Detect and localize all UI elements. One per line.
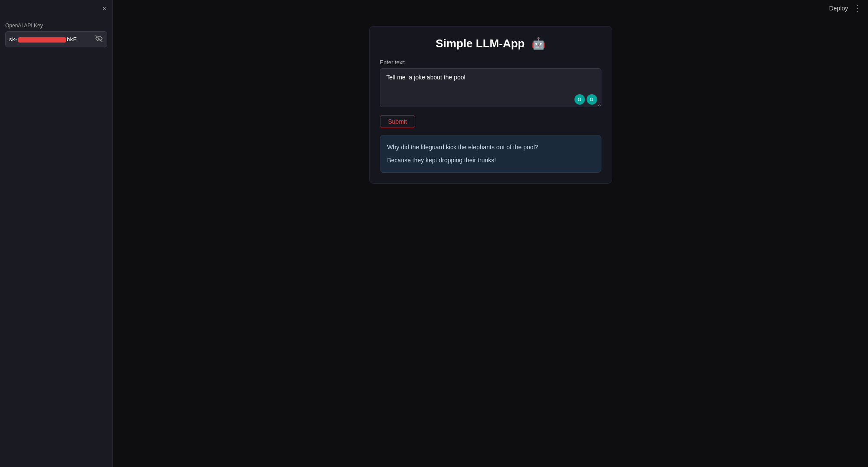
app-card: Simple LLM-App 🤖 Enter text: G G Submit … bbox=[369, 26, 612, 184]
api-key-redacted bbox=[18, 37, 66, 43]
api-key-value: sk-bkF. bbox=[9, 36, 92, 43]
api-key-row: sk-bkF. bbox=[5, 31, 107, 47]
textarea-icon-group: G G bbox=[574, 94, 597, 105]
top-bar: Deploy ⋮ bbox=[822, 0, 868, 16]
input-label: Enter text: bbox=[380, 59, 601, 66]
app-title: Simple LLM-App 🤖 bbox=[380, 37, 601, 50]
api-key-label: OpenAI API Key bbox=[5, 23, 107, 29]
app-emoji: 🤖 bbox=[531, 37, 545, 50]
response-line-1: Why did the lifeguard kick the elephants… bbox=[387, 142, 594, 152]
toggle-visibility-button[interactable] bbox=[95, 34, 103, 44]
deploy-button[interactable]: Deploy bbox=[829, 5, 848, 12]
prompt-textarea[interactable] bbox=[380, 68, 601, 107]
sidebar: × OpenAI API Key sk-bkF. bbox=[0, 0, 113, 467]
grammarly-icon2: G bbox=[587, 94, 597, 105]
submit-button[interactable]: Submit bbox=[380, 115, 416, 128]
grammarly-icon: G bbox=[574, 94, 585, 105]
response-line-2: Because they kept dropping their trunks! bbox=[387, 155, 594, 165]
api-key-prefix: sk- bbox=[9, 36, 17, 43]
api-key-suffix: bkF. bbox=[67, 36, 78, 43]
response-box: Why did the lifeguard kick the elephants… bbox=[380, 135, 601, 173]
textarea-wrapper: G G bbox=[380, 68, 601, 109]
center-panel: Simple LLM-App 🤖 Enter text: G G Submit … bbox=[113, 0, 868, 467]
main-content: Deploy ⋮ Simple LLM-App 🤖 Enter text: G … bbox=[113, 0, 868, 467]
more-options-button[interactable]: ⋮ bbox=[853, 4, 861, 12]
sidebar-close-button[interactable]: × bbox=[101, 4, 108, 13]
